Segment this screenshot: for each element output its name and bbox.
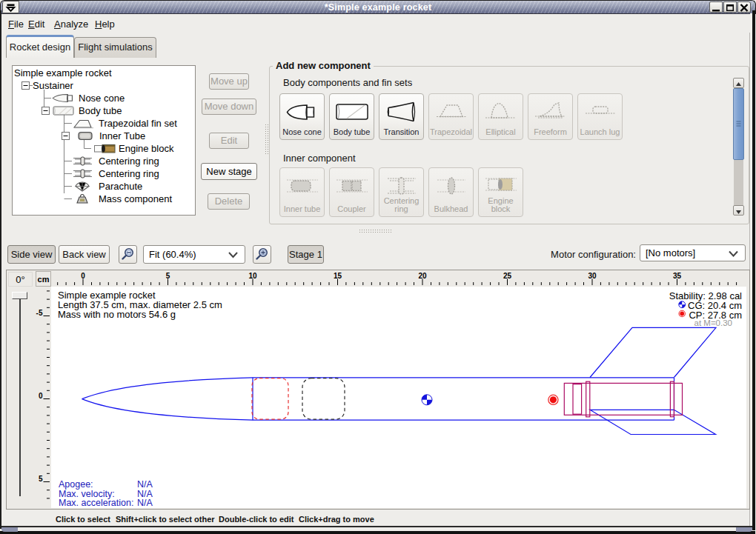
svg-text:0: 0 <box>81 272 85 280</box>
svg-text:35: 35 <box>673 272 682 280</box>
svg-text:20: 20 <box>418 272 427 280</box>
svg-text:30: 30 <box>588 272 597 280</box>
svg-text:0: 0 <box>39 392 43 400</box>
svg-text:10: 10 <box>248 272 257 280</box>
svg-text:5: 5 <box>166 272 170 280</box>
svg-text:-5: -5 <box>36 309 43 317</box>
svg-text:25: 25 <box>503 272 512 280</box>
svg-text:5: 5 <box>39 475 43 483</box>
svg-text:15: 15 <box>334 272 342 280</box>
